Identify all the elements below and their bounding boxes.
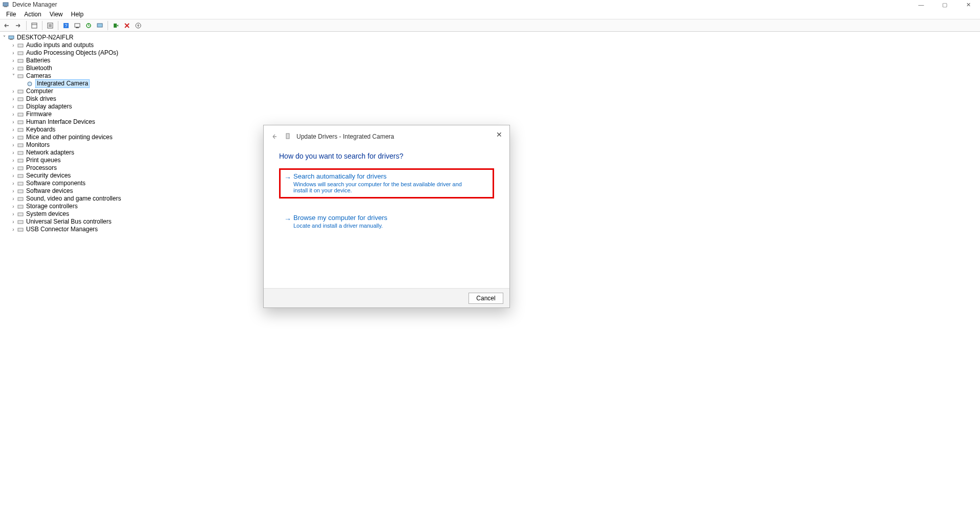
category-icon <box>16 172 25 180</box>
expander-icon[interactable]: › <box>10 149 16 157</box>
separator <box>26 21 27 30</box>
show-hide-console-button[interactable] <box>29 20 39 31</box>
category-icon <box>16 73 25 80</box>
expander-icon[interactable]: › <box>10 226 16 233</box>
svg-rect-13 <box>97 24 102 27</box>
tree-root[interactable]: ˅ DESKTOP-N2AIFLR <box>1 34 979 41</box>
expander-icon[interactable]: › <box>10 103 16 111</box>
svg-rect-24 <box>18 90 23 93</box>
uninstall-device-button[interactable] <box>122 20 132 31</box>
dialog-close-button[interactable]: ✕ <box>493 128 505 141</box>
expander-icon[interactable]: › <box>10 64 16 72</box>
expander-icon[interactable]: › <box>10 111 16 118</box>
separator <box>108 21 108 30</box>
expander-icon[interactable]: › <box>10 87 16 95</box>
category-label: Firmware <box>26 111 52 118</box>
maximize-button[interactable]: ▢ <box>933 0 956 9</box>
cancel-button[interactable]: Cancel <box>468 293 503 304</box>
expander-icon[interactable]: › <box>10 57 16 64</box>
svg-rect-25 <box>18 98 23 101</box>
tree-category[interactable]: ›Audio inputs and outputs <box>10 41 979 49</box>
tree-category[interactable]: ˅Cameras <box>10 72 979 80</box>
tree-device[interactable]: Integrated Camera <box>19 80 979 87</box>
expander-icon[interactable]: › <box>10 126 16 134</box>
app-icon <box>2 1 9 8</box>
device-icon <box>285 133 292 140</box>
enable-device-button[interactable] <box>111 20 121 31</box>
category-label: Bluetooth <box>26 64 52 72</box>
dialog-footer: Cancel <box>264 288 509 307</box>
svg-rect-39 <box>18 205 23 208</box>
tree-category[interactable]: ›Audio Processing Objects (APOs) <box>10 49 979 57</box>
category-icon <box>16 42 25 49</box>
category-icon <box>16 226 25 233</box>
disable-device-button[interactable] <box>133 20 143 31</box>
svg-rect-33 <box>18 159 23 162</box>
dialog-question: How do you want to search for drivers? <box>279 152 494 160</box>
tree-category[interactable]: ›Display adapters <box>10 103 979 111</box>
tree-category[interactable]: ›Computer <box>10 87 979 95</box>
category-icon <box>16 203 25 210</box>
expander-icon[interactable]: › <box>10 187 16 195</box>
expander-icon[interactable]: › <box>10 172 16 180</box>
category-icon <box>16 96 25 103</box>
svg-rect-11 <box>76 27 79 28</box>
svg-rect-22 <box>18 75 23 78</box>
category-label: Print queues <box>26 157 60 164</box>
expander-icon[interactable]: ˅ <box>10 72 16 80</box>
arrow-right-icon: → <box>284 172 293 183</box>
menu-file[interactable]: File <box>2 10 20 19</box>
tree-category[interactable]: ›Disk drives <box>10 95 979 103</box>
category-icon <box>16 157 25 164</box>
close-button[interactable]: ✕ <box>956 0 980 9</box>
expander-icon[interactable]: › <box>10 157 16 164</box>
update-driver-button[interactable] <box>83 20 94 31</box>
help-button[interactable]: ? <box>61 20 71 31</box>
tree-category[interactable]: ›Firmware <box>10 111 979 118</box>
svg-rect-18 <box>18 44 23 47</box>
category-label: Human Interface Devices <box>26 118 95 126</box>
tree-category[interactable]: ›Bluetooth <box>10 64 979 72</box>
properties-alt-button[interactable] <box>95 20 105 31</box>
search-automatically-option[interactable]: → Search automatically for drivers Windo… <box>279 168 494 199</box>
category-icon <box>16 211 25 218</box>
expander-icon[interactable]: › <box>10 180 16 187</box>
category-label: Display adapters <box>26 103 72 111</box>
forward-button[interactable] <box>13 20 24 31</box>
dialog-header: Update Drivers - Integrated Camera <box>264 125 509 148</box>
root-label: DESKTOP-N2AIFLR <box>17 34 73 41</box>
back-button[interactable] <box>2 20 12 31</box>
expander-icon[interactable]: › <box>10 164 16 172</box>
svg-rect-27 <box>18 113 23 116</box>
category-icon <box>16 57 25 64</box>
expander-icon[interactable]: › <box>10 203 16 210</box>
expander-icon[interactable]: › <box>10 49 16 57</box>
properties-button[interactable] <box>45 20 55 31</box>
menu-bar: File Action View Help <box>0 9 980 19</box>
browse-computer-option[interactable]: → Browse my computer for drivers Locate … <box>279 210 494 234</box>
category-label: Batteries <box>26 57 50 64</box>
window-title: Device Manager <box>12 1 57 8</box>
svg-rect-38 <box>18 197 23 201</box>
menu-view[interactable]: View <box>46 10 67 19</box>
option2-title: Browse my computer for drivers <box>293 214 388 222</box>
expander-icon[interactable]: › <box>10 141 16 149</box>
svg-rect-16 <box>9 36 14 39</box>
expander-icon[interactable]: › <box>10 118 16 126</box>
expander-icon[interactable]: › <box>10 95 16 103</box>
expander-icon[interactable]: › <box>10 195 16 203</box>
menu-action[interactable]: Action <box>20 10 45 19</box>
scan-hardware-button[interactable] <box>72 20 82 31</box>
expander-icon[interactable]: › <box>10 210 16 218</box>
expander-icon[interactable]: › <box>10 134 16 141</box>
svg-rect-31 <box>18 144 23 147</box>
expander-icon[interactable]: › <box>10 41 16 49</box>
category-label: Processors <box>26 164 57 172</box>
menu-help[interactable]: Help <box>67 10 88 19</box>
expander-icon[interactable]: ˅ <box>1 34 7 41</box>
minimize-button[interactable]: — <box>909 0 933 9</box>
category-label: Network adapters <box>26 149 74 157</box>
expander-icon[interactable]: › <box>10 218 16 226</box>
dialog-back-button[interactable] <box>270 131 280 142</box>
tree-category[interactable]: ›Batteries <box>10 57 979 64</box>
